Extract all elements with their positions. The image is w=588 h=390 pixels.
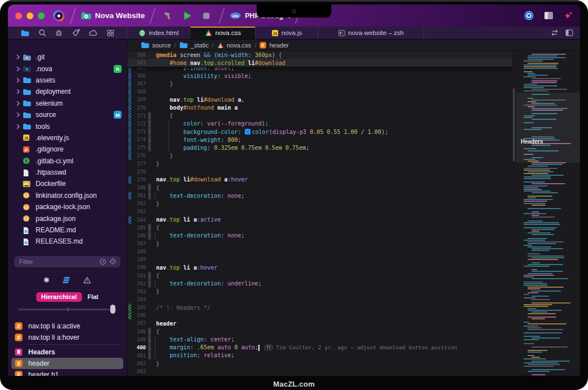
code-line-400[interactable]: 400 margin: .65em auto 0 auto;TCTim Coul… (127, 344, 512, 352)
slider-handle[interactable] (110, 305, 115, 314)
fold-indicator[interactable] (148, 232, 151, 240)
code-line-371[interactable]: 371 { (127, 112, 512, 120)
tree-item-package-json[interactable]: {}package.json (8, 213, 127, 224)
tree-item-tools[interactable]: tools (8, 120, 127, 132)
fold-indicator[interactable] (148, 328, 151, 336)
code-line-370[interactable]: 370 body#notfound main a (127, 104, 512, 112)
toggle-sidebar-button[interactable] (544, 11, 554, 20)
tree-item--gitignore[interactable]: .gitignore (8, 144, 127, 155)
zoom-button[interactable] (38, 12, 45, 19)
fold-indicator[interactable] (148, 280, 151, 288)
code-line-395[interactable]: 395/* !- Headers */ (127, 304, 512, 311)
tree-item--eleventy-js[interactable]: JS.eleventy.js (8, 132, 127, 144)
code-line-399[interactable]: 399 text-align: center; (127, 336, 512, 344)
tag-icon[interactable] (72, 29, 80, 37)
chevron-right-icon[interactable] (14, 89, 23, 94)
tree-item-linkinator-config-json[interactable]: {}linkinator.config.json (8, 190, 127, 201)
recent-filter-icon[interactable] (100, 258, 106, 265)
code-line-367[interactable]: 367 } (127, 80, 512, 88)
color-swatch[interactable] (245, 129, 250, 135)
warnings-icon[interactable] (83, 276, 91, 284)
fold-indicator[interactable] (148, 336, 151, 344)
grid-icon[interactable] (107, 29, 114, 37)
code-line-360[interactable]: 360@media screen && (min-width: 360px) { (127, 51, 512, 59)
fold-indicator[interactable] (148, 352, 151, 359)
fold-indicator[interactable] (148, 128, 151, 136)
code-line-381[interactable]: 381 text-decoration: none; (127, 192, 512, 200)
fold-indicator[interactable] (148, 344, 151, 352)
code-line-375[interactable]: 375 padding: 0.325em 0.75em 0.5em 0.75em… (127, 144, 512, 151)
code-line-398[interactable]: 398{ (127, 328, 512, 336)
code-line-383[interactable]: 383 (127, 207, 512, 215)
breadcrumb-item[interactable]: _static (179, 41, 209, 49)
tree-item--git[interactable]: .git (8, 51, 127, 63)
breadcrumb-item[interactable]: #header (260, 42, 288, 49)
code-line-388[interactable]: 388 (127, 248, 512, 255)
tree-item-deployment[interactable]: deployment (8, 86, 127, 97)
code-line-392[interactable]: 392 text-decoration: underline; (127, 280, 512, 288)
extensions-sparkle-button[interactable] (563, 11, 573, 21)
stop-button[interactable] (199, 9, 214, 23)
filter-field[interactable] (14, 256, 120, 267)
code-line-402[interactable]: 402} (127, 359, 512, 367)
tree-item-releases-md[interactable]: MRELEASES.md (8, 236, 127, 247)
code-line-386[interactable]: 386 text-decoration: none; (127, 232, 512, 240)
chevron-right-icon[interactable] (14, 54, 23, 60)
tree-item-source[interactable]: sourceM (8, 109, 127, 120)
chevron-right-icon[interactable] (14, 77, 23, 83)
fold-indicator[interactable] (148, 184, 151, 192)
tree-item-package-lock-json[interactable]: {}package-lock.json (8, 201, 127, 213)
symbol-header[interactable]: #header (8, 358, 127, 369)
tree-item-assets[interactable]: assets (8, 75, 127, 86)
code-line-378[interactable]: 378 (127, 168, 512, 176)
editor-scrollbar[interactable] (512, 51, 515, 376)
symbol-nav-top-li-a-active[interactable]: #nav.top li a:active (8, 320, 127, 332)
code-line-380[interactable]: 380{ (127, 184, 512, 192)
run-button[interactable] (180, 9, 194, 23)
fold-indicator[interactable] (148, 272, 151, 280)
all-symbols-icon[interactable]: ✱ (44, 276, 50, 284)
close-button[interactable] (15, 12, 22, 19)
code-line-361[interactable]: 361 #home nav.top.scrolled li#download (127, 59, 512, 67)
chevron-right-icon[interactable] (14, 124, 23, 129)
code-line-394[interactable]: 394 (127, 296, 512, 304)
minimize-button[interactable] (27, 12, 33, 19)
code-editor[interactable]: 365 z-index: unset;366 visibility: visib… (127, 51, 512, 376)
code-line-384[interactable]: 384nav.top li a:active (127, 216, 512, 224)
code-line-385[interactable]: 385{ (127, 224, 512, 232)
project-switcher[interactable]: Nova Website (81, 11, 145, 20)
depth-slider[interactable] (18, 305, 116, 314)
tree-item-dockerfile[interactable]: Dockerfile (8, 178, 127, 189)
tag-filter-icon[interactable] (109, 258, 116, 265)
code-line-368[interactable]: 368 (127, 88, 512, 96)
chevron-right-icon[interactable] (14, 101, 23, 106)
swap-icon[interactable] (551, 29, 559, 36)
fold-indicator[interactable] (148, 112, 151, 120)
tree-item--gitlab-ci-yml[interactable]: Y.gitlab-ci.yml (8, 155, 127, 167)
code-line-397[interactable]: 397header (127, 319, 512, 327)
filter-input[interactable] (18, 258, 97, 266)
code-line-404[interactable]: 404header h1 (127, 375, 512, 376)
bug-icon[interactable] (55, 29, 63, 37)
layers-icon[interactable] (62, 276, 71, 284)
scrollbar-thumb[interactable] (513, 88, 515, 162)
preview-button[interactable] (524, 10, 534, 21)
code-line-366[interactable]: 366 visibility: visible; (127, 72, 512, 80)
fold-indicator[interactable] (148, 144, 151, 151)
code-line-391[interactable]: 391{ (127, 272, 512, 280)
fold-indicator[interactable] (148, 192, 151, 200)
code-line-377[interactable]: 377} (127, 160, 512, 168)
fold-indicator[interactable] (148, 120, 151, 128)
tab-nova-website-zsh[interactable]: nova-website – zsh (318, 27, 424, 39)
tree-item--htpasswd[interactable]: .htpasswd (8, 167, 127, 178)
code-line-389[interactable]: 389 (127, 255, 512, 263)
chevron-right-icon[interactable] (14, 112, 23, 118)
tab-index-html[interactable]: index.html (127, 27, 190, 39)
fold-indicator[interactable] (148, 224, 151, 232)
code-line-376[interactable]: 376 } (127, 151, 512, 159)
cloud-icon[interactable] (89, 29, 98, 36)
hierarchical-option[interactable]: Hierarchical (36, 292, 82, 302)
code-line-401[interactable]: 401 position: relative; (127, 352, 512, 359)
code-line-403[interactable]: 403 (127, 367, 512, 375)
symbol-headers[interactable]: Headers (8, 346, 127, 357)
